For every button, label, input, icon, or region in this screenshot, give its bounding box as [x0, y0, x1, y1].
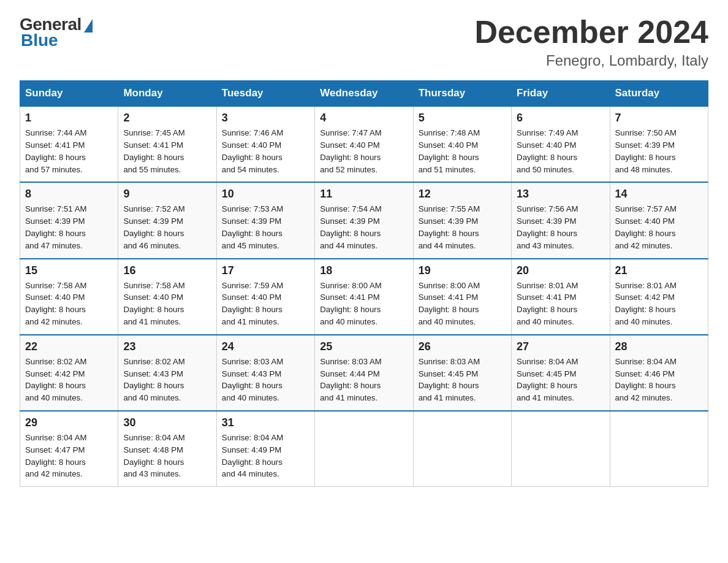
day-number: 26 — [419, 340, 506, 353]
day-info: Sunrise: 8:03 AM Sunset: 4:44 PM Dayligh… — [320, 356, 408, 404]
day-info: Sunrise: 8:02 AM Sunset: 4:43 PM Dayligh… — [123, 356, 211, 404]
calendar-week-row: 15 Sunrise: 7:58 AM Sunset: 4:40 PM Dayl… — [20, 259, 708, 335]
calendar-cell: 12 Sunrise: 7:55 AM Sunset: 4:39 PM Dayl… — [413, 182, 511, 258]
day-number: 16 — [123, 264, 211, 277]
calendar-cell: 26 Sunrise: 8:03 AM Sunset: 4:45 PM Dayl… — [413, 335, 511, 411]
calendar-cell: 18 Sunrise: 8:00 AM Sunset: 4:41 PM Dayl… — [315, 259, 413, 335]
calendar-cell: 15 Sunrise: 7:58 AM Sunset: 4:40 PM Dayl… — [20, 259, 118, 335]
calendar-week-row: 1 Sunrise: 7:44 AM Sunset: 4:41 PM Dayli… — [20, 106, 708, 182]
header-tuesday: Tuesday — [216, 81, 314, 107]
calendar-week-row: 22 Sunrise: 8:02 AM Sunset: 4:42 PM Dayl… — [20, 335, 708, 411]
day-number: 23 — [123, 340, 211, 353]
calendar-cell: 1 Sunrise: 7:44 AM Sunset: 4:41 PM Dayli… — [20, 106, 118, 182]
page-header: General Blue December 2024 Fenegro, Lomb… — [20, 15, 708, 69]
day-number: 8 — [25, 188, 113, 201]
calendar-cell: 5 Sunrise: 7:48 AM Sunset: 4:40 PM Dayli… — [413, 106, 511, 182]
calendar-cell: 13 Sunrise: 7:56 AM Sunset: 4:39 PM Dayl… — [512, 182, 610, 258]
day-number: 29 — [25, 416, 113, 429]
day-info: Sunrise: 7:44 AM Sunset: 4:41 PM Dayligh… — [25, 127, 113, 175]
calendar-cell — [512, 411, 610, 487]
day-info: Sunrise: 7:46 AM Sunset: 4:40 PM Dayligh… — [222, 127, 309, 175]
day-info: Sunrise: 7:54 AM Sunset: 4:39 PM Dayligh… — [320, 203, 408, 251]
header-friday: Friday — [512, 81, 610, 107]
day-number: 15 — [25, 264, 113, 277]
calendar-cell: 23 Sunrise: 8:02 AM Sunset: 4:43 PM Dayl… — [118, 335, 216, 411]
day-number: 7 — [615, 112, 703, 124]
day-info: Sunrise: 7:58 AM Sunset: 4:40 PM Dayligh… — [123, 280, 211, 328]
day-info: Sunrise: 7:51 AM Sunset: 4:39 PM Dayligh… — [25, 203, 113, 251]
calendar-header-row: Sunday Monday Tuesday Wednesday Thursday… — [20, 81, 708, 107]
day-info: Sunrise: 7:49 AM Sunset: 4:40 PM Dayligh… — [517, 127, 604, 175]
header-wednesday: Wednesday — [315, 81, 413, 107]
calendar-cell — [610, 411, 708, 487]
day-info: Sunrise: 7:45 AM Sunset: 4:41 PM Dayligh… — [123, 127, 211, 175]
calendar-cell — [413, 411, 511, 487]
day-info: Sunrise: 8:04 AM Sunset: 4:45 PM Dayligh… — [517, 356, 604, 404]
day-number: 27 — [517, 340, 604, 353]
day-info: Sunrise: 8:04 AM Sunset: 4:47 PM Dayligh… — [25, 432, 113, 480]
calendar-table: Sunday Monday Tuesday Wednesday Thursday… — [20, 80, 708, 487]
calendar-cell: 9 Sunrise: 7:52 AM Sunset: 4:39 PM Dayli… — [118, 182, 216, 258]
day-number: 13 — [517, 188, 604, 201]
calendar-cell — [315, 411, 413, 487]
day-number: 12 — [419, 188, 506, 201]
calendar-cell: 21 Sunrise: 8:01 AM Sunset: 4:42 PM Dayl… — [610, 259, 708, 335]
day-number: 24 — [222, 340, 309, 353]
calendar-cell: 3 Sunrise: 7:46 AM Sunset: 4:40 PM Dayli… — [216, 106, 314, 182]
header-monday: Monday — [118, 81, 216, 107]
calendar-cell: 17 Sunrise: 7:59 AM Sunset: 4:40 PM Dayl… — [216, 259, 314, 335]
day-info: Sunrise: 7:59 AM Sunset: 4:40 PM Dayligh… — [222, 280, 309, 328]
calendar-cell: 22 Sunrise: 8:02 AM Sunset: 4:42 PM Dayl… — [20, 335, 118, 411]
calendar-week-row: 29 Sunrise: 8:04 AM Sunset: 4:47 PM Dayl… — [20, 411, 708, 487]
day-info: Sunrise: 7:57 AM Sunset: 4:40 PM Dayligh… — [615, 203, 703, 251]
day-number: 4 — [320, 112, 408, 124]
day-info: Sunrise: 7:58 AM Sunset: 4:40 PM Dayligh… — [25, 280, 113, 328]
calendar-cell: 4 Sunrise: 7:47 AM Sunset: 4:40 PM Dayli… — [315, 106, 413, 182]
logo: General Blue — [20, 15, 93, 50]
calendar-cell: 29 Sunrise: 8:04 AM Sunset: 4:47 PM Dayl… — [20, 411, 118, 487]
calendar-cell: 20 Sunrise: 8:01 AM Sunset: 4:41 PM Dayl… — [512, 259, 610, 335]
calendar-cell: 6 Sunrise: 7:49 AM Sunset: 4:40 PM Dayli… — [512, 106, 610, 182]
header-saturday: Saturday — [610, 81, 708, 107]
day-number: 17 — [222, 264, 309, 277]
calendar-cell: 30 Sunrise: 8:04 AM Sunset: 4:48 PM Dayl… — [118, 411, 216, 487]
day-number: 31 — [222, 416, 309, 429]
day-info: Sunrise: 8:04 AM Sunset: 4:49 PM Dayligh… — [222, 432, 309, 480]
day-info: Sunrise: 8:04 AM Sunset: 4:46 PM Dayligh… — [615, 356, 703, 404]
header-thursday: Thursday — [413, 81, 511, 107]
calendar-cell: 11 Sunrise: 7:54 AM Sunset: 4:39 PM Dayl… — [315, 182, 413, 258]
day-info: Sunrise: 7:48 AM Sunset: 4:40 PM Dayligh… — [419, 127, 506, 175]
day-info: Sunrise: 8:02 AM Sunset: 4:42 PM Dayligh… — [25, 356, 113, 404]
title-block: December 2024 Fenegro, Lombardy, Italy — [474, 15, 708, 69]
calendar-cell: 19 Sunrise: 8:00 AM Sunset: 4:41 PM Dayl… — [413, 259, 511, 335]
day-info: Sunrise: 7:52 AM Sunset: 4:39 PM Dayligh… — [123, 203, 211, 251]
calendar-cell: 24 Sunrise: 8:03 AM Sunset: 4:43 PM Dayl… — [216, 335, 314, 411]
day-info: Sunrise: 7:53 AM Sunset: 4:39 PM Dayligh… — [222, 203, 309, 251]
day-number: 19 — [419, 264, 506, 277]
day-number: 18 — [320, 264, 408, 277]
calendar-week-row: 8 Sunrise: 7:51 AM Sunset: 4:39 PM Dayli… — [20, 182, 708, 258]
calendar-cell: 28 Sunrise: 8:04 AM Sunset: 4:46 PM Dayl… — [610, 335, 708, 411]
day-info: Sunrise: 8:00 AM Sunset: 4:41 PM Dayligh… — [320, 280, 408, 328]
day-number: 10 — [222, 188, 309, 201]
month-title: December 2024 — [474, 15, 708, 50]
day-number: 11 — [320, 188, 408, 201]
calendar-cell: 25 Sunrise: 8:03 AM Sunset: 4:44 PM Dayl… — [315, 335, 413, 411]
calendar-cell: 16 Sunrise: 7:58 AM Sunset: 4:40 PM Dayl… — [118, 259, 216, 335]
day-info: Sunrise: 8:00 AM Sunset: 4:41 PM Dayligh… — [419, 280, 506, 328]
day-number: 1 — [25, 112, 113, 124]
day-info: Sunrise: 7:56 AM Sunset: 4:39 PM Dayligh… — [517, 203, 604, 251]
day-number: 22 — [25, 340, 113, 353]
header-sunday: Sunday — [20, 81, 118, 107]
day-info: Sunrise: 8:03 AM Sunset: 4:43 PM Dayligh… — [222, 356, 309, 404]
calendar-cell: 31 Sunrise: 8:04 AM Sunset: 4:49 PM Dayl… — [216, 411, 314, 487]
calendar-cell: 27 Sunrise: 8:04 AM Sunset: 4:45 PM Dayl… — [512, 335, 610, 411]
day-number: 20 — [517, 264, 604, 277]
day-info: Sunrise: 7:50 AM Sunset: 4:39 PM Dayligh… — [615, 127, 703, 175]
calendar-cell: 2 Sunrise: 7:45 AM Sunset: 4:41 PM Dayli… — [118, 106, 216, 182]
day-info: Sunrise: 8:04 AM Sunset: 4:48 PM Dayligh… — [123, 432, 211, 480]
day-info: Sunrise: 7:55 AM Sunset: 4:39 PM Dayligh… — [419, 203, 506, 251]
day-number: 6 — [517, 112, 604, 124]
calendar-cell: 7 Sunrise: 7:50 AM Sunset: 4:39 PM Dayli… — [610, 106, 708, 182]
day-number: 28 — [615, 340, 703, 353]
